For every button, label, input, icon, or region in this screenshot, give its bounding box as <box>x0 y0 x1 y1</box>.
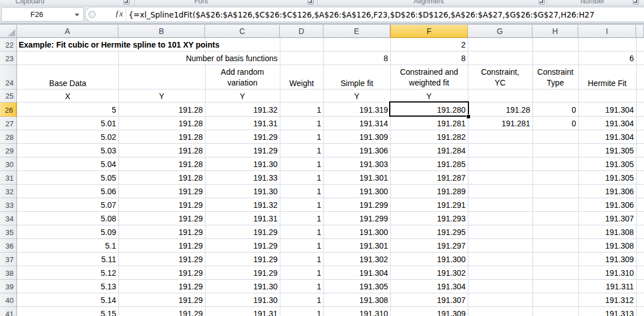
cell-F27[interactable]: 191.281 <box>390 117 468 130</box>
cell-D27[interactable]: 1 <box>280 117 323 130</box>
cell-C23[interactable]: Number of basis functions <box>205 52 280 65</box>
row-header-25[interactable]: 25 <box>0 89 17 103</box>
cell-A25[interactable]: X <box>17 89 118 103</box>
cell-I40[interactable]: 191.312 <box>578 293 636 307</box>
column-header-partial[interactable] <box>636 25 644 38</box>
cell-E25[interactable]: Y <box>323 89 390 103</box>
cell-I31[interactable]: 191.305 <box>578 171 636 185</box>
cell-E34[interactable]: 191.299 <box>323 212 390 225</box>
cell-F28[interactable]: 191.282 <box>390 130 468 144</box>
row-header-23[interactable]: 23 <box>0 52 17 65</box>
cell-D26[interactable]: 1 <box>280 103 323 117</box>
cell-A27[interactable]: 5.01 <box>17 117 118 130</box>
cell-B29[interactable]: 191.28 <box>118 144 205 157</box>
row-header-37[interactable]: 37 <box>0 253 17 266</box>
cell-B41[interactable]: 191.29 <box>118 307 205 316</box>
column-header-G[interactable]: G <box>468 25 532 38</box>
cell-F24[interactable]: Constrained and weighted fit <box>390 65 468 89</box>
cell-C37[interactable]: 191.29 <box>205 253 280 266</box>
cell-D33[interactable]: 1 <box>280 198 323 212</box>
cell-A24[interactable]: Base Data <box>17 65 118 89</box>
cell-A40[interactable]: 5.14 <box>17 293 118 307</box>
cell-I24[interactable]: Hermite Fit <box>578 65 636 89</box>
cell-D36[interactable]: 1 <box>280 239 323 253</box>
cell-B27[interactable]: 191.28 <box>118 117 205 130</box>
column-header-C[interactable]: C <box>205 25 280 38</box>
name-box[interactable]: F26 <box>1 7 84 22</box>
cell-C26[interactable]: 191.32 <box>205 103 280 117</box>
cell-A26[interactable]: 5 <box>17 103 118 117</box>
row-header-36[interactable]: 36 <box>0 239 17 253</box>
cell-E29[interactable]: 191.306 <box>323 144 390 157</box>
cell-I26[interactable]: 191.304 <box>578 103 636 117</box>
column-header-B[interactable]: B <box>118 25 205 38</box>
cell-F36[interactable]: 191.297 <box>390 239 468 253</box>
cell-C35[interactable]: 191.29 <box>205 225 280 239</box>
cell-I33[interactable]: 191.306 <box>578 198 636 212</box>
cell-F41[interactable]: 191.309 <box>390 307 468 316</box>
row-header-31[interactable]: 31 <box>0 171 17 185</box>
cell-E35[interactable]: 191.300 <box>323 225 390 239</box>
cell-I37[interactable]: 191.309 <box>578 253 636 266</box>
cell-D35[interactable]: 1 <box>280 225 323 239</box>
cell-C27[interactable]: 191.31 <box>205 117 280 130</box>
cell-A31[interactable]: 5.05 <box>17 171 118 185</box>
cell-A39[interactable]: 5.13 <box>17 280 118 293</box>
cell-C38[interactable]: 191.29 <box>205 266 280 280</box>
cell-B28[interactable]: 191.28 <box>118 130 205 144</box>
cell-A37[interactable]: 5.11 <box>17 253 118 266</box>
row-header-34[interactable]: 34 <box>0 212 17 225</box>
cell-A22[interactable]: Example: Fit cubic or Hermite spline to … <box>17 38 118 52</box>
cell-H24[interactable]: Constraint Type <box>532 65 578 89</box>
cell-F22[interactable]: 2 <box>390 38 468 52</box>
cell-I36[interactable]: 191.308 <box>578 239 636 253</box>
cell-F23[interactable]: 8 <box>390 52 468 65</box>
cell-A35[interactable]: 5.09 <box>17 225 118 239</box>
row-header-33[interactable]: 33 <box>0 198 17 212</box>
column-header-E[interactable]: E <box>323 25 390 38</box>
cell-I35[interactable]: 191.308 <box>578 225 636 239</box>
cell-D41[interactable]: 1 <box>280 307 323 316</box>
column-header-A[interactable]: A <box>17 25 118 38</box>
cell-D40[interactable]: 1 <box>280 293 323 307</box>
cell-I34[interactable]: 191.307 <box>578 212 636 225</box>
cell-A32[interactable]: 5.06 <box>17 185 118 198</box>
row-header-41[interactable]: 41 <box>0 307 17 316</box>
cell-E32[interactable]: 191.300 <box>323 185 390 198</box>
cell-E27[interactable]: 191.314 <box>323 117 390 130</box>
cell-C39[interactable]: 191.30 <box>205 280 280 293</box>
cell-E28[interactable]: 191.309 <box>323 130 390 144</box>
cell-A41[interactable]: 5.15 <box>17 307 118 316</box>
insert-function-icon[interactable]: ƒx <box>115 9 123 19</box>
cell-D34[interactable]: 1 <box>280 212 323 225</box>
cell-H26[interactable]: 0 <box>532 103 578 117</box>
cell-B26[interactable]: 191.28 <box>118 103 205 117</box>
cell-A33[interactable]: 5.07 <box>17 198 118 212</box>
cell-D32[interactable]: 1 <box>280 185 323 198</box>
row-header-22[interactable]: 22 <box>0 38 17 52</box>
cell-E39[interactable]: 191.305 <box>323 280 390 293</box>
cell-E30[interactable]: 191.303 <box>323 157 390 171</box>
cell-B39[interactable]: 191.29 <box>118 280 205 293</box>
cell-I39[interactable]: 191.311 <box>578 280 636 293</box>
cell-F33[interactable]: 191.291 <box>390 198 468 212</box>
cell-C40[interactable]: 191.30 <box>205 293 280 307</box>
name-box-dropdown-icon[interactable] <box>75 14 79 16</box>
row-header-40[interactable]: 40 <box>0 293 17 307</box>
cell-G26[interactable]: 191.28 <box>468 103 532 117</box>
cell-B31[interactable]: 191.28 <box>118 171 205 185</box>
formula-input[interactable]: {=xl_Spline1dFit($A$26:$A$126,$C$26:$C$1… <box>129 10 641 20</box>
cell-I41[interactable]: 191.313 <box>578 307 636 316</box>
row-header-32[interactable]: 32 <box>0 185 17 198</box>
cell-F32[interactable]: 191.289 <box>390 185 468 198</box>
cell-F37[interactable]: 191.300 <box>390 253 468 266</box>
row-header-30[interactable]: 30 <box>0 157 17 171</box>
cell-D39[interactable]: 1 <box>280 280 323 293</box>
row-header-26[interactable]: 26 <box>0 103 17 117</box>
cell-E38[interactable]: 191.304 <box>323 266 390 280</box>
cell-B38[interactable]: 191.29 <box>118 266 205 280</box>
cell-B25[interactable]: Y <box>118 89 205 103</box>
cell-A29[interactable]: 5.03 <box>17 144 118 157</box>
cell-F31[interactable]: 191.287 <box>390 171 468 185</box>
row-header-39[interactable]: 39 <box>0 280 17 293</box>
